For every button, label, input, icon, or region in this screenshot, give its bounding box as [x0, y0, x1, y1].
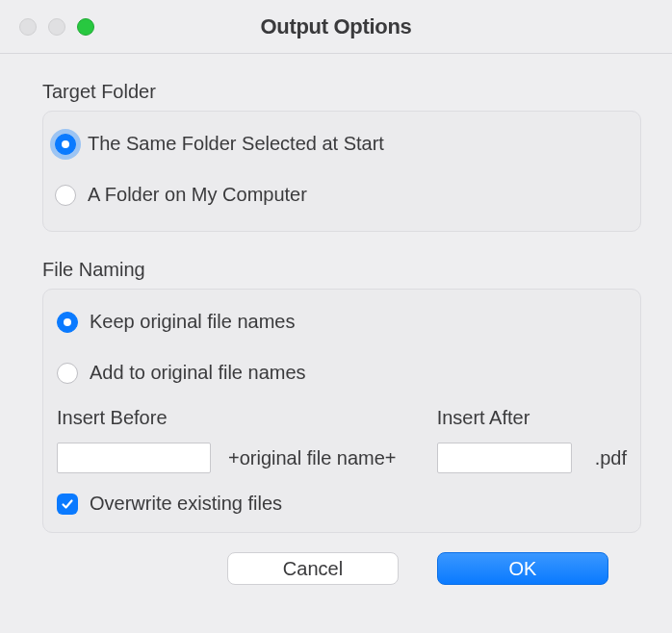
- radio-same-folder-row[interactable]: The Same Folder Selected at Start: [55, 125, 629, 163]
- insert-after-label: Insert After: [437, 407, 627, 429]
- checkmark-icon: [61, 497, 74, 511]
- window-title: Output Options: [0, 14, 672, 39]
- dialog-content: Target Folder The Same Folder Selected a…: [0, 54, 672, 604]
- overwrite-row[interactable]: Overwrite existing files: [57, 493, 627, 515]
- radio-add-original-label: Add to original file names: [90, 362, 306, 384]
- original-filename-text: +original file name+: [228, 447, 420, 469]
- target-folder-label: Target Folder: [42, 81, 641, 103]
- insert-grid: Insert Before Insert After +original fil…: [57, 407, 627, 473]
- file-naming-label: File Naming: [42, 259, 641, 281]
- radio-my-computer[interactable]: [55, 185, 76, 206]
- insert-after-input[interactable]: [437, 443, 572, 473]
- radio-keep-original[interactable]: [57, 312, 78, 333]
- ok-button[interactable]: OK: [437, 552, 608, 585]
- radio-my-computer-row[interactable]: A Folder on My Computer: [55, 176, 629, 214]
- radio-keep-original-row[interactable]: Keep original file names: [57, 303, 627, 341]
- radio-add-original-row[interactable]: Add to original file names: [57, 354, 627, 392]
- overwrite-checkbox[interactable]: [57, 494, 78, 515]
- insert-before-input[interactable]: [57, 443, 211, 473]
- window-controls: [19, 18, 94, 36]
- target-folder-panel: The Same Folder Selected at Start A Fold…: [42, 111, 641, 232]
- radio-keep-original-label: Keep original file names: [90, 311, 295, 333]
- radio-same-folder-label: The Same Folder Selected at Start: [88, 133, 384, 155]
- close-window-button[interactable]: [19, 18, 37, 36]
- cancel-button[interactable]: Cancel: [227, 552, 399, 585]
- overwrite-label: Overwrite existing files: [90, 493, 282, 515]
- radio-my-computer-label: A Folder on My Computer: [88, 184, 307, 206]
- radio-add-original[interactable]: [57, 363, 78, 384]
- insert-before-label: Insert Before: [57, 407, 211, 429]
- minimize-window-button[interactable]: [48, 18, 65, 36]
- file-extension-label: .pdf: [589, 447, 627, 469]
- file-naming-panel: Keep original file names Add to original…: [42, 289, 641, 533]
- maximize-window-button[interactable]: [77, 18, 94, 36]
- titlebar: Output Options: [0, 0, 672, 54]
- radio-same-folder[interactable]: [55, 134, 76, 155]
- button-row: Cancel OK: [42, 533, 641, 585]
